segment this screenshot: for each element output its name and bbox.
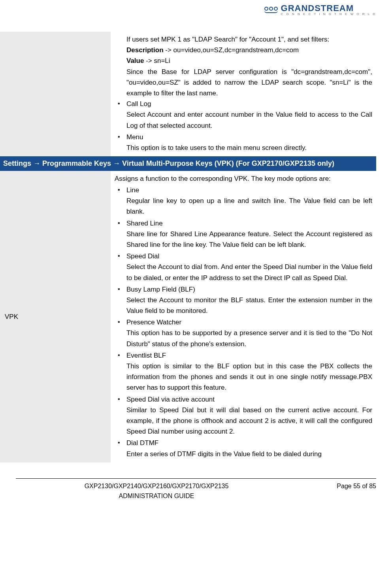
ldap-explanation: Since the Base for LDAP server configura… bbox=[126, 66, 372, 99]
item-desc: Regular line key to open up a line and s… bbox=[126, 195, 372, 217]
value-label: Value bbox=[126, 57, 144, 64]
item-title: Dial DTMF bbox=[126, 438, 372, 448]
page-header: GRANDSTREAM C O N N E C T I N G T H E W … bbox=[0, 0, 392, 24]
ldap-value-line: Value -> sn=Li bbox=[126, 55, 372, 66]
value-value: -> sn=Li bbox=[144, 57, 170, 64]
ldap-line1: If users set MPK 1 as "LDAP Search" for … bbox=[126, 34, 372, 45]
list-item: Speed Dial Select the Account to dial fr… bbox=[115, 251, 372, 283]
table-row: VPK Assigns a function to the correspond… bbox=[0, 171, 376, 462]
item-desc: Similar to Speed Dial but it will dial b… bbox=[126, 405, 372, 437]
list-item: Speed Dial via active account Similar to… bbox=[115, 394, 372, 437]
list-item: Call Log Select Account and enter accoun… bbox=[115, 99, 372, 131]
footer-page-number: Page 55 of 85 bbox=[297, 481, 376, 501]
section1-list: Call Log Select Account and enter accoun… bbox=[115, 99, 372, 153]
list-item: Menu This option is to take users to the… bbox=[115, 132, 372, 153]
table-row: If users set MPK 1 as "LDAP Search" for … bbox=[0, 32, 376, 156]
item-desc: Select Account and enter account number … bbox=[126, 109, 372, 131]
footer-doc-title: GXP2130/GXP2140/GXP2160/GXP2170/GXP2135 bbox=[85, 483, 229, 489]
brand-logo: GRANDSTREAM C O N N E C T I N G T H E W … bbox=[264, 4, 376, 16]
item-title: Speed Dial via active account bbox=[126, 394, 372, 405]
item-desc: This option is to take users to the main… bbox=[126, 142, 372, 153]
item-desc: Select the Account to monitor the BLF st… bbox=[126, 295, 372, 316]
vpk-list: Line Regular line key to open up a line … bbox=[115, 185, 372, 459]
footer-doc-subtitle: ADMINISTRATION GUIDE bbox=[119, 493, 194, 499]
item-title: Menu bbox=[126, 132, 372, 142]
footer-title: GXP2130/GXP2140/GXP2160/GXP2170/GXP2135 … bbox=[16, 481, 297, 501]
section-header-text: Settings → Programmable Keys → Virtual M… bbox=[0, 156, 376, 171]
item-title: Call Log bbox=[126, 99, 372, 109]
page-content: If users set MPK 1 as "LDAP Search" for … bbox=[0, 24, 392, 470]
vpk-intro: Assigns a function to the corresponding … bbox=[115, 173, 372, 184]
item-desc: Share line for Shared Line Appearance fe… bbox=[126, 229, 372, 250]
item-desc: Select the Account to dial from. And ent… bbox=[126, 262, 372, 283]
right-content-cell: If users set MPK 1 as "LDAP Search" for … bbox=[111, 32, 376, 156]
description-value: -> ou=video,ou=SZ,dc=grandstream,dc=com bbox=[164, 46, 299, 54]
config-table: If users set MPK 1 as "LDAP Search" for … bbox=[0, 32, 376, 462]
page-footer: GXP2130/GXP2140/GXP2160/GXP2170/GXP2135 … bbox=[16, 478, 376, 501]
list-item: Presence Watcher This option has to be s… bbox=[115, 317, 372, 349]
list-item: Shared Line Share line for Shared Line A… bbox=[115, 218, 372, 250]
description-label: Description bbox=[126, 46, 164, 54]
item-title: Presence Watcher bbox=[126, 317, 372, 328]
item-title: Shared Line bbox=[126, 218, 372, 229]
ldap-example-block: If users set MPK 1 as "LDAP Search" for … bbox=[115, 34, 372, 99]
item-desc: This option has to be supported by a pre… bbox=[126, 328, 372, 349]
logo-sub-text: C O N N E C T I N G T H E W O R L D bbox=[281, 13, 376, 16]
item-title: Line bbox=[126, 185, 372, 195]
item-desc: This option is similar to the BLF option… bbox=[126, 361, 372, 393]
section-header-row: Settings → Programmable Keys → Virtual M… bbox=[0, 156, 376, 171]
item-title: Busy Lamp Field (BLF) bbox=[126, 284, 372, 295]
item-title: Eventlist BLF bbox=[126, 350, 372, 361]
list-item: Busy Lamp Field (BLF) Select the Account… bbox=[115, 284, 372, 317]
item-desc: Enter a series of DTMF digits in the Val… bbox=[126, 449, 372, 459]
list-item: Eventlist BLF This option is similar to … bbox=[115, 350, 372, 393]
logo-main-text: GRANDSTREAM bbox=[281, 4, 376, 13]
left-label-cell bbox=[0, 32, 111, 156]
vpk-content-cell: Assigns a function to the corresponding … bbox=[111, 171, 376, 462]
ldap-description-line: Description -> ou=video,ou=SZ,dc=grandst… bbox=[126, 45, 372, 55]
vpk-label-cell: VPK bbox=[0, 171, 111, 462]
item-title: Speed Dial bbox=[126, 251, 372, 262]
list-item: Dial DTMF Enter a series of DTMF digits … bbox=[115, 438, 372, 459]
list-item: Line Regular line key to open up a line … bbox=[115, 185, 372, 217]
logo-icon bbox=[264, 7, 278, 13]
